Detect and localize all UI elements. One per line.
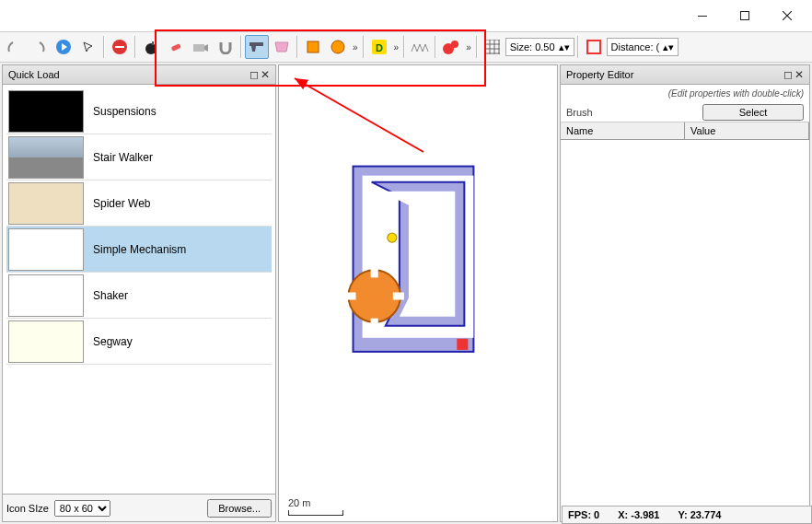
tool-square-icon[interactable] (301, 35, 325, 59)
svg-rect-21 (344, 292, 355, 299)
svg-point-18 (349, 270, 400, 321)
col-value: Value (685, 122, 809, 139)
list-item-label: Simple Mechanism (93, 243, 186, 256)
list-item-label: Shaker (93, 289, 128, 302)
svg-rect-9 (307, 41, 319, 52)
close-panel-icon[interactable]: ✕ (261, 68, 270, 81)
list-item-label: Spider Web (93, 197, 150, 210)
close-button[interactable] (766, 2, 808, 29)
maximize-button[interactable] (724, 2, 766, 29)
quickload-list[interactable]: Suspensions Stair Walker Spider Web Simp… (2, 85, 276, 495)
tool-fabric-icon[interactable] (270, 35, 294, 59)
list-item-label: Suspensions (93, 105, 157, 118)
main-area: Quick Load ◻✕ Suspensions Stair Walker S… (0, 63, 812, 524)
window-titlebar (0, 0, 812, 31)
separator (577, 36, 579, 58)
close-panel-icon[interactable]: ✕ (795, 68, 804, 81)
list-item[interactable]: Shaker (6, 273, 272, 319)
quickload-footer: Icon SIze 80 x 60 Browse... (2, 495, 276, 522)
iconsize-select[interactable]: 80 x 60 (54, 500, 110, 517)
list-item-label: Segway (93, 335, 133, 348)
quickload-panel: Quick Load ◻✕ Suspensions Stair Walker S… (2, 64, 276, 522)
select-button[interactable]: Select (702, 104, 804, 121)
tool-circle-icon[interactable] (326, 35, 350, 59)
thumb-icon (8, 136, 84, 179)
separator (476, 36, 478, 58)
status-bar: FPS: 0 X: -3.981 Y: 23.774 (562, 506, 812, 524)
separator (403, 36, 405, 58)
property-body: (Edit properties with double-click) Brus… (560, 85, 810, 522)
property-header: Property Editor ◻✕ (560, 64, 810, 85)
undock-icon[interactable]: ◻ (783, 68, 793, 81)
more-shapes-icon[interactable]: » (351, 42, 360, 52)
more-blob-icon[interactable]: » (464, 42, 473, 52)
separator (134, 36, 136, 58)
property-table-body[interactable] (561, 140, 809, 521)
property-hint: (Edit properties with double-click) (561, 85, 809, 102)
tool-delete-icon[interactable] (108, 35, 132, 59)
main-toolbar: » D » » Size: 0.50▴▾ Distance: (▴▾ (0, 31, 812, 63)
more-d-icon[interactable]: » (392, 42, 401, 52)
scale-label: 20 m (288, 497, 310, 508)
tool-bomb-icon[interactable] (139, 35, 163, 59)
property-panel: Property Editor ◻✕ (Edit properties with… (560, 64, 810, 522)
tool-spring-icon[interactable] (408, 35, 432, 59)
tool-magnet-icon[interactable] (214, 35, 238, 59)
tool-cursor-icon[interactable] (76, 35, 100, 59)
minimize-button[interactable] (681, 2, 724, 29)
thumb-icon (8, 274, 84, 317)
tool-blob-icon[interactable] (439, 35, 463, 59)
separator (296, 36, 298, 58)
size-input[interactable]: Size: 0.50▴▾ (505, 38, 574, 56)
col-name: Name (561, 122, 685, 139)
size-label: Size: 0.50 (510, 41, 555, 52)
status-x: X: -3.981 (618, 509, 659, 520)
tool-arc1-icon[interactable] (2, 35, 26, 59)
list-item[interactable]: Stair Walker (6, 134, 272, 180)
svg-rect-7 (171, 43, 181, 52)
svg-rect-4 (115, 46, 124, 48)
property-table-header: Name Value (561, 122, 809, 140)
tool-eraser-icon[interactable] (164, 35, 188, 59)
thumb-icon (8, 320, 84, 363)
list-item[interactable]: Simple Mechanism (6, 227, 272, 273)
svg-rect-19 (371, 266, 378, 277)
tool-play-icon[interactable] (52, 35, 75, 59)
separator (363, 36, 365, 58)
status-y: Y: 23.774 (678, 509, 721, 520)
thumb-icon (8, 228, 84, 271)
distance-input[interactable]: Distance: (▴▾ (607, 38, 679, 56)
svg-text:D: D (376, 42, 383, 53)
thumb-icon (8, 90, 84, 133)
tool-grid-icon[interactable] (481, 35, 505, 59)
tool-arc2-icon[interactable] (27, 35, 51, 59)
svg-point-5 (145, 43, 157, 54)
separator (103, 36, 105, 58)
tool-rect-outline-icon[interactable] (582, 35, 606, 59)
list-item[interactable]: Spider Web (6, 180, 272, 227)
undock-icon[interactable]: ◻ (249, 68, 259, 81)
tool-camera-icon[interactable] (189, 35, 213, 59)
list-item-label: Stair Walker (93, 151, 153, 164)
svg-rect-8 (193, 44, 204, 52)
list-item[interactable]: Segway (6, 319, 272, 365)
browse-button[interactable]: Browse... (207, 499, 272, 518)
svg-rect-24 (457, 339, 468, 350)
thumb-icon (8, 182, 84, 225)
svg-rect-22 (393, 292, 404, 299)
tool-gun-icon[interactable] (245, 35, 269, 59)
svg-point-14 (451, 41, 458, 48)
brush-label: Brush (566, 107, 702, 118)
svg-rect-0 (698, 16, 707, 17)
list-item[interactable]: Suspensions (6, 88, 272, 134)
mechanism-drawing (279, 65, 557, 521)
scale-bar-icon (288, 510, 343, 516)
distance-label: Distance: ( (611, 41, 660, 52)
svg-rect-15 (587, 41, 600, 53)
canvas-viewport[interactable]: 20 m (278, 64, 558, 522)
stepper-icon[interactable]: ▴▾ (663, 41, 674, 53)
tool-d-icon[interactable]: D (367, 35, 391, 59)
stepper-icon[interactable]: ▴▾ (559, 41, 570, 53)
scale-indicator: 20 m (288, 497, 343, 516)
quickload-title: Quick Load (8, 69, 60, 80)
